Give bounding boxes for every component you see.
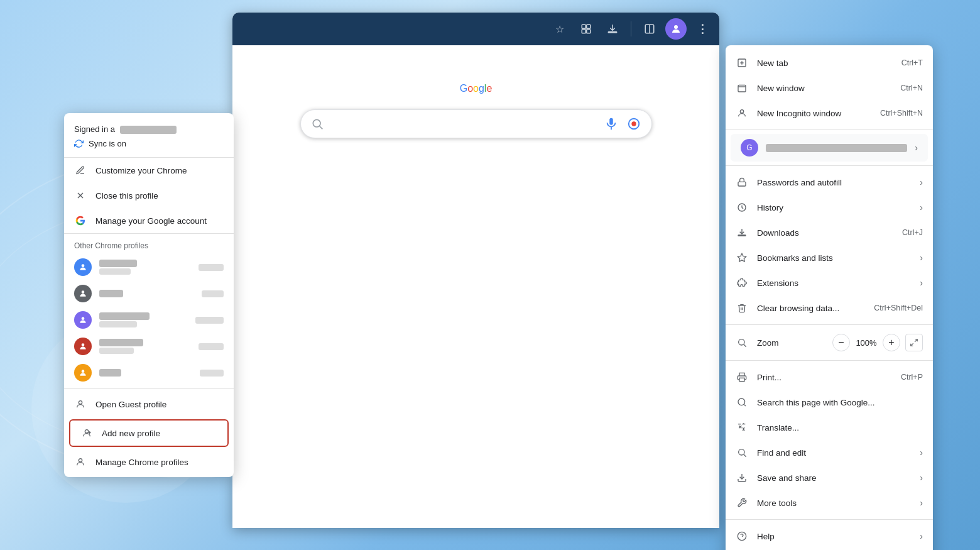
profile-menu-item-guest[interactable]: Open Guest profile	[64, 392, 234, 417]
extensions-icon[interactable]	[575, 18, 597, 40]
svg-rect-4	[582, 30, 585, 33]
menu-item-find-edit[interactable]: Find and edit ›	[726, 440, 933, 465]
profile-menu-item-customize[interactable]: Customize your Chrome	[64, 158, 234, 183]
more-tools-icon	[736, 497, 748, 509]
search-bar[interactable]	[300, 109, 652, 138]
svg-rect-22	[738, 182, 746, 186]
menu-item-clear-browsing[interactable]: Clear browsing data... Ctrl+Shift+Del	[726, 295, 933, 321]
menu-item-more-tools[interactable]: More tools ›	[726, 490, 933, 515]
print-label: Print...	[757, 373, 892, 382]
profile-4-name	[99, 339, 191, 354]
profile-1-detail-blur	[99, 268, 131, 275]
incognito-icon	[736, 107, 748, 119]
menu-item-extensions[interactable]: Extensions ›	[726, 270, 933, 295]
menu-item-search-page[interactable]: Search this page with Google...	[726, 390, 933, 415]
menu-item-bookmarks[interactable]: Bookmarks and lists ›	[726, 245, 933, 270]
menu-divider-3	[726, 324, 933, 325]
extensions-arrow: ›	[920, 278, 923, 288]
svg-point-10	[313, 119, 320, 127]
sync-row: Sync is on	[74, 139, 224, 148]
profile-menu-item-google-account[interactable]: Manage your Google account	[64, 208, 234, 233]
downloads-icon[interactable]	[602, 18, 623, 40]
menu-profile-row[interactable]: G ›	[731, 134, 928, 162]
new-tab-shortcut: Ctrl+T	[901, 58, 923, 67]
other-profiles-section: Other Chrome profiles	[64, 233, 234, 388]
zoom-in-button[interactable]: +	[883, 334, 900, 351]
profile-menu-dropdown: Signed in a Sync is on Customize your Ch…	[64, 113, 234, 477]
menu-item-save-share[interactable]: Save and share ›	[726, 465, 933, 490]
profile-3-detail-blur	[99, 321, 137, 327]
zoom-out-button[interactable]: −	[832, 334, 850, 351]
other-profile-3[interactable]	[64, 307, 234, 333]
manage-profiles-button[interactable]: Manage Chrome profiles	[64, 449, 234, 475]
clear-browsing-shortcut: Ctrl+Shift+Del	[874, 304, 923, 312]
zoom-fullscreen-button[interactable]	[905, 334, 923, 351]
manage-profiles-icon	[74, 456, 87, 468]
search-page-icon	[736, 396, 748, 409]
chrome-menu-button[interactable]: ⋮	[692, 18, 713, 40]
guest-icon	[74, 398, 87, 410]
new-window-shortcut: Ctrl+N	[900, 84, 923, 92]
svg-marker-25	[738, 253, 746, 261]
svg-point-15	[631, 121, 636, 126]
find-edit-icon	[736, 446, 748, 459]
menu-item-new-window[interactable]: New window Ctrl+N	[726, 75, 933, 101]
profile-actions: Open Guest profile Add new profile Manag…	[64, 388, 234, 477]
google-account-icon	[74, 214, 87, 227]
bookmarks-icon	[736, 251, 748, 264]
svg-rect-6	[608, 32, 617, 33]
browser-content: Google	[232, 45, 719, 528]
svg-point-46	[85, 430, 88, 433]
profile-3-name	[99, 312, 188, 327]
add-new-profile-button[interactable]: Add new profile	[69, 419, 229, 447]
menu-item-new-tab[interactable]: New tab Ctrl+T	[726, 50, 933, 75]
add-profile-label: Add new profile	[102, 429, 160, 438]
other-profile-2[interactable]	[64, 280, 234, 307]
google-logo: Google	[460, 83, 493, 94]
help-label: Help	[757, 532, 911, 541]
svg-point-31	[739, 449, 744, 455]
profile-1-badge	[199, 264, 224, 271]
sync-icon	[74, 139, 84, 148]
menu-item-history[interactable]: History ›	[726, 195, 933, 220]
help-arrow: ›	[920, 531, 923, 541]
mic-icon[interactable]	[604, 116, 619, 131]
browser-titlebar: ☆ ⋮	[232, 13, 719, 45]
other-profile-4[interactable]	[64, 333, 234, 360]
menu-item-help[interactable]: Help ›	[726, 524, 933, 549]
customize-icon	[74, 164, 87, 177]
star-icon[interactable]: ☆	[549, 18, 570, 40]
svg-line-32	[744, 454, 746, 457]
svg-rect-3	[587, 25, 591, 28]
menu-item-translate[interactable]: Translate...	[726, 415, 933, 440]
profile-avatar[interactable]	[665, 18, 687, 40]
passwords-label: Passwords and autofill	[757, 178, 911, 187]
profile-menu-item-close[interactable]: Close this profile	[64, 183, 234, 208]
manage-profiles-label: Manage Chrome profiles	[95, 458, 188, 467]
menu-divider-2	[726, 165, 933, 166]
menu-item-passwords[interactable]: Passwords and autofill ›	[726, 170, 933, 195]
profile-4-badge	[199, 343, 224, 350]
other-profile-5[interactable]	[64, 360, 234, 386]
print-shortcut: Ctrl+P	[901, 373, 923, 382]
menu-item-incognito[interactable]: New Incognito window Ctrl+Shift+N	[726, 101, 933, 126]
profile-header: Signed in a Sync is on	[64, 113, 234, 158]
browser-window: ☆ ⋮ Google	[232, 13, 719, 528]
svg-point-26	[739, 339, 744, 345]
menu-divider-4	[726, 360, 933, 361]
menu-item-print[interactable]: Print... Ctrl+P	[726, 365, 933, 390]
lens-icon[interactable]	[626, 116, 641, 131]
menu-item-downloads[interactable]: Downloads Ctrl+J	[726, 220, 933, 245]
split-view-icon[interactable]	[639, 18, 660, 40]
new-tab-label: New tab	[757, 58, 893, 68]
new-window-label: New window	[757, 84, 891, 93]
history-label: History	[757, 203, 911, 212]
svg-rect-24	[738, 235, 746, 236]
zoom-icon	[736, 336, 748, 349]
profile-row-arrow: ›	[915, 143, 918, 153]
svg-line-28	[915, 339, 917, 342]
profile-5-badge	[200, 370, 224, 377]
menu-divider-5	[726, 519, 933, 520]
zoom-label: Zoom	[757, 338, 824, 348]
other-profile-1[interactable]	[64, 254, 234, 280]
